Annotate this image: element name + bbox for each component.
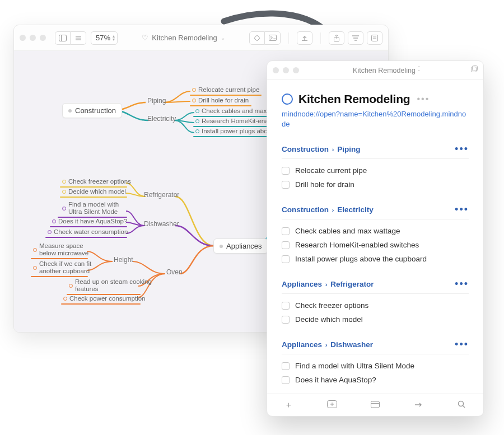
task-checkbox[interactable] [282,255,290,263]
new-todo-icon[interactable]: ＋ [278,400,300,410]
section-more-icon[interactable]: ••• [455,204,469,216]
section-more-icon[interactable]: ••• [455,339,469,350]
search-icon[interactable] [450,400,473,410]
minimize-icon[interactable] [283,67,289,73]
share-icon[interactable] [329,31,344,45]
task-title: Check freezer options [295,301,368,310]
leaf[interactable]: Drill hole for drain [198,97,249,104]
task-row[interactable]: Does it have AquaStop? [282,373,469,387]
window-controls[interactable] [20,35,46,41]
clipboard-group[interactable] [249,31,281,45]
task-checkbox[interactable] [282,376,290,384]
branch-piping[interactable]: Piping [147,97,166,105]
svg-rect-17 [371,401,379,408]
task-title: Decide which model [295,315,363,324]
things-titlebar: Kitchen Remodeling ˄˅ [267,61,483,80]
task-checkbox[interactable] [282,181,290,189]
leaf[interactable]: Read up on steam cooking features [75,278,152,293]
section-header[interactable]: Appliances › Dishwasher••• [282,339,469,354]
branch-oven[interactable]: Oven [166,268,183,276]
inspector-icon[interactable] [367,31,382,45]
chevron-down-icon[interactable]: ⌄ [221,35,225,41]
leaf[interactable]: Find a model with Ultra Silent Mode [68,201,119,216]
section: Appliances › Dishwasher•••Find a model w… [282,339,469,387]
task-checkbox[interactable] [282,362,290,370]
calendar-icon[interactable] [364,400,386,410]
close-icon[interactable] [273,67,279,73]
things-doc-title[interactable]: Kitchen Remodeling ˄˅ [308,67,465,74]
zoom-level[interactable]: 57% ▴▾ [91,31,118,45]
view-mode-segment[interactable] [55,31,86,45]
new-window-icon[interactable] [470,66,478,75]
task-row[interactable]: Drill hole for drain [282,177,469,191]
document-title[interactable]: ♡ Kitchen Remodeling ⌄ [122,34,245,42]
zoom-stepper-icon[interactable]: ▴▾ [113,35,115,41]
close-icon[interactable] [20,35,26,41]
task-checkbox[interactable] [282,227,290,235]
branch-electricity[interactable]: Electricity [147,115,176,123]
zoom-icon[interactable] [293,67,299,73]
node-construction[interactable]: Construction [62,103,122,118]
chevron-updown-icon[interactable]: ˄˅ [418,67,421,74]
project-note-link[interactable]: mindnode://open?name=Kitchen%20Remodelin… [282,109,469,129]
favorite-icon[interactable]: ♡ [142,34,148,42]
new-heading-icon[interactable] [321,400,343,410]
section-path: Appliances › Refrigerator [282,280,374,288]
section-header[interactable]: Appliances › Refrigerator••• [282,278,469,294]
section-path: Construction › Piping [282,145,360,153]
export-icon[interactable] [297,31,312,45]
section-path: Appliances › Dishwasher [282,340,373,349]
project-heading: Kitchen Remodeling ••• [282,92,469,106]
section-header[interactable]: Construction › Piping••• [282,143,469,159]
sidebar-toggle-icon[interactable] [55,31,71,45]
project-progress-ring[interactable] [282,93,293,105]
section-header[interactable]: Construction › Electricity••• [282,204,469,219]
leaf[interactable]: Measure space below microwave [39,242,88,257]
task-row[interactable]: Research HomeKit-enabled switches [282,238,469,252]
task-row[interactable]: Decide which model [282,312,469,326]
branch-dishwasher[interactable]: Dishwasher [144,220,179,228]
attachment-icon[interactable] [249,31,265,45]
task-checkbox[interactable] [282,241,290,249]
section-more-icon[interactable]: ••• [455,143,469,155]
task-title: Find a model with Ultra Silent Mode [295,362,414,370]
image-icon[interactable] [265,31,281,45]
zoom-value: 57% [96,34,110,42]
task-row[interactable]: Relocate current pipe [282,163,469,177]
more-icon[interactable]: ••• [417,94,430,104]
filter-icon[interactable] [348,31,363,45]
svg-rect-0 [59,35,67,41]
leaf[interactable]: Does it have AquaStop? [58,218,127,224]
task-row[interactable]: Check cables and max wattage [282,224,469,238]
task-checkbox[interactable] [282,302,290,310]
window-controls[interactable] [273,67,299,73]
branch-refrigerator[interactable]: Refrigerator [144,191,179,199]
leaf[interactable]: Check water consumption [54,228,128,235]
outline-toggle-icon[interactable] [71,31,86,45]
mindmap-toolbar: 57% ▴▾ ♡ Kitchen Remodeling ⌄ [14,25,388,51]
move-icon[interactable] [407,400,430,410]
leaf[interactable]: Check freezer options [68,178,131,185]
zoom-icon[interactable] [40,35,46,41]
svg-rect-12 [472,67,477,72]
task-checkbox[interactable] [282,316,290,324]
leaf[interactable]: Relocate current pipe [198,86,259,93]
section: Appliances › Refrigerator•••Check freeze… [282,278,469,326]
section: Construction › Piping•••Relocate current… [282,143,469,191]
task-row[interactable]: Find a model with Ultra Silent Mode [282,359,469,373]
task-row[interactable]: Check freezer options [282,298,469,312]
task-checkbox[interactable] [282,167,290,175]
things-window: Kitchen Remodeling ˄˅ Kitchen Remodeling… [267,60,484,417]
leaf[interactable]: Check power consumption [69,295,146,302]
svg-point-6 [270,36,272,38]
svg-rect-13 [473,66,478,71]
task-title: Relocate current pipe [295,166,367,175]
node-appliances[interactable]: Appliances [213,238,268,254]
minimize-icon[interactable] [30,35,36,41]
leaf[interactable]: Check if we can fit another cupboard [39,260,91,275]
section-more-icon[interactable]: ••• [455,278,469,290]
branch-height[interactable]: Height [114,256,133,264]
leaf[interactable]: Decide which model [68,188,126,195]
task-row[interactable]: Install power plugs above the cupboard [282,252,469,266]
section-path: Construction › Electricity [282,205,374,214]
